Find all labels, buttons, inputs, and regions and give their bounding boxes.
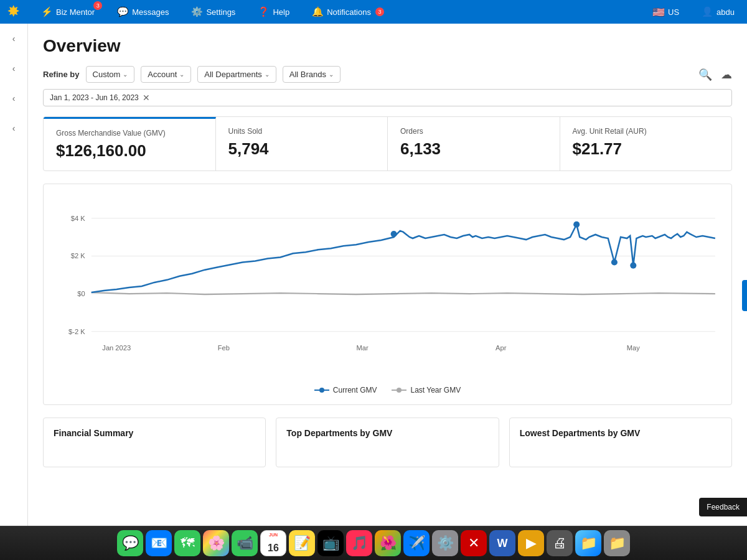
nav-biz-mentor[interactable]: ⚡ Biz Mentor 3 xyxy=(36,4,100,20)
user-label: abdu xyxy=(716,7,735,17)
dock-notes[interactable]: 📝 xyxy=(289,530,315,556)
svg-text:Mar: Mar xyxy=(356,344,368,352)
dock-testflight[interactable]: ✈️ xyxy=(403,530,430,556)
biz-mentor-badge: 3 xyxy=(93,1,102,10)
sidebar-toggle-2[interactable]: ‹ xyxy=(9,60,19,77)
biz-mentor-label: Biz Mentor xyxy=(56,7,95,17)
dock-printer[interactable]: 🖨 xyxy=(547,530,573,556)
svg-text:$0: $0 xyxy=(77,290,85,297)
metric-gmv-value: $126,160.00 xyxy=(56,141,203,161)
card-top-departments[interactable]: Top Departments by GMV xyxy=(276,418,499,467)
dock-word[interactable]: W xyxy=(489,530,515,556)
dock-maps[interactable]: 🗺 xyxy=(174,530,200,556)
card-financial-title: Financial Summary xyxy=(54,428,255,438)
dock-cal-day: 16 xyxy=(268,543,279,554)
svg-text:Feb: Feb xyxy=(218,344,230,352)
svg-point-10 xyxy=(611,259,618,265)
notifications-badge: 3 xyxy=(375,7,384,16)
top-nav: ✸ ⚡ Biz Mentor 3 💬 Messages ⚙️ Settings … xyxy=(0,0,747,24)
card-financial-summary[interactable]: Financial Summary xyxy=(43,418,266,467)
chevron-account-icon: ⌄ xyxy=(179,71,184,78)
filter-account[interactable]: Account ⌄ xyxy=(141,66,191,83)
metric-orders-value: 6,133 xyxy=(400,139,547,159)
filter-brands[interactable]: All Brands ⌄ xyxy=(283,66,341,83)
dock-calendar[interactable]: JUN 16 xyxy=(260,530,286,556)
chart-svg: $4 K $2 K $0 $-2 K Jan 2023 Feb xyxy=(54,194,721,381)
legend-current-gmv: Current GMV xyxy=(314,386,377,394)
chevron-departments-icon: ⌄ xyxy=(265,71,270,78)
chart-area: $4 K $2 K $0 $-2 K Jan 2023 Feb xyxy=(54,194,721,381)
dock-rdp[interactable]: ✕ xyxy=(461,530,487,556)
metric-orders[interactable]: Orders 6,133 xyxy=(388,117,560,170)
messages-icon: 💬 xyxy=(117,6,129,17)
svg-point-20 xyxy=(397,388,402,393)
dock-files2[interactable]: 📁 xyxy=(604,530,630,556)
notifications-icon: 🔔 xyxy=(312,6,324,17)
date-range-text: Jan 1, 2023 - Jun 16, 2023 xyxy=(50,93,139,102)
locale-label: US xyxy=(668,7,679,17)
svg-point-8 xyxy=(391,231,397,237)
metric-units-value: 5,794 xyxy=(228,139,375,159)
settings-label: Settings xyxy=(206,7,235,17)
sidebar-toggle-1[interactable]: ‹ xyxy=(9,30,19,47)
nav-messages[interactable]: 💬 Messages xyxy=(112,4,174,20)
dock-system-settings[interactable]: ⚙️ xyxy=(432,530,458,556)
metrics-row: Gross Merchandise Value (GMV) $126,160.0… xyxy=(43,116,732,171)
refine-label: Refine by xyxy=(43,70,80,79)
date-close-button[interactable]: ✕ xyxy=(143,93,150,103)
metric-aur-label: Avg. Unit Retail (AUR) xyxy=(573,127,720,136)
macos-dock: 💬 📧 🗺 🌸 📹 JUN 16 📝 📺 🎵 🌺 ✈️ ⚙️ ✕ W ▶ 🖨 📁… xyxy=(0,526,747,560)
filter-departments[interactable]: All Departments ⌄ xyxy=(197,66,276,83)
metric-orders-label: Orders xyxy=(400,127,547,136)
metric-aur-value: $21.77 xyxy=(573,139,720,159)
legend-last-year-gmv: Last Year GMV xyxy=(392,386,461,394)
page-content: Overview Refine by Custom ⌄ Account ⌄ Al… xyxy=(28,24,747,526)
bottom-cards: Financial Summary Top Departments by GMV… xyxy=(43,418,732,467)
svg-text:$2 K: $2 K xyxy=(71,252,85,259)
metric-units-label: Units Sold xyxy=(228,127,375,136)
dock-mail[interactable]: 📧 xyxy=(146,530,172,556)
dock-photos[interactable]: 🌸 xyxy=(203,530,229,556)
sidebar-toggle-3[interactable]: ‹ xyxy=(9,90,19,107)
chart-legend: Current GMV Last Year GMV xyxy=(54,386,721,394)
nav-settings[interactable]: ⚙️ Settings xyxy=(186,4,240,20)
dock-music[interactable]: 🎵 xyxy=(346,530,372,556)
dock-plex[interactable]: ▶ xyxy=(518,530,544,556)
legend-last-year-label: Last Year GMV xyxy=(410,386,461,394)
metric-aur[interactable]: Avg. Unit Retail (AUR) $21.77 xyxy=(560,117,732,170)
dock-facetime[interactable]: 📹 xyxy=(232,530,258,556)
dock-messages[interactable]: 💬 xyxy=(117,530,143,556)
scroll-indicator[interactable] xyxy=(742,280,747,311)
feedback-button[interactable]: Feedback xyxy=(699,498,747,516)
nav-notifications[interactable]: 🔔 Notifications 3 xyxy=(307,4,389,20)
biz-mentor-icon: ⚡ xyxy=(41,6,53,17)
legend-current-label: Current GMV xyxy=(333,386,377,394)
nav-user[interactable]: 👤 abdu xyxy=(697,4,740,20)
card-top-dept-title: Top Departments by GMV xyxy=(286,428,488,438)
dock-appletv[interactable]: 📺 xyxy=(317,530,344,556)
filter-custom[interactable]: Custom ⌄ xyxy=(86,66,135,83)
filter-bar: Refine by Custom ⌄ Account ⌄ All Departm… xyxy=(43,66,732,83)
card-lowest-departments[interactable]: Lowest Departments by GMV xyxy=(509,418,732,467)
metric-gmv[interactable]: Gross Merchandise Value (GMV) $126,160.0… xyxy=(44,117,216,170)
svg-text:Apr: Apr xyxy=(496,344,507,352)
messages-label: Messages xyxy=(132,7,169,17)
dock-photos2[interactable]: 🌺 xyxy=(375,530,401,556)
metric-units-sold[interactable]: Units Sold 5,794 xyxy=(216,117,388,170)
nav-locale[interactable]: 🇺🇸 US xyxy=(647,4,684,21)
svg-text:Jan 2023: Jan 2023 xyxy=(102,344,131,352)
metric-gmv-label: Gross Merchandise Value (GMV) xyxy=(56,129,203,138)
page-title: Overview xyxy=(43,36,732,56)
nav-help[interactable]: ❓ Help xyxy=(253,4,294,20)
settings-icon: ⚙️ xyxy=(191,6,203,17)
svg-point-11 xyxy=(630,263,636,269)
chevron-custom-icon: ⌄ xyxy=(123,71,128,78)
chevron-brands-icon: ⌄ xyxy=(329,71,334,78)
dock-finder[interactable]: 📁 xyxy=(575,530,601,556)
svg-point-18 xyxy=(319,388,324,393)
search-icon[interactable]: 🔍 xyxy=(698,68,712,82)
chart-container: $4 K $2 K $0 $-2 K Jan 2023 Feb xyxy=(43,184,732,405)
sidebar: ‹ ‹ ‹ ‹ xyxy=(0,24,28,526)
download-icon[interactable]: ☁ xyxy=(721,68,732,82)
sidebar-toggle-4[interactable]: ‹ xyxy=(9,119,19,137)
